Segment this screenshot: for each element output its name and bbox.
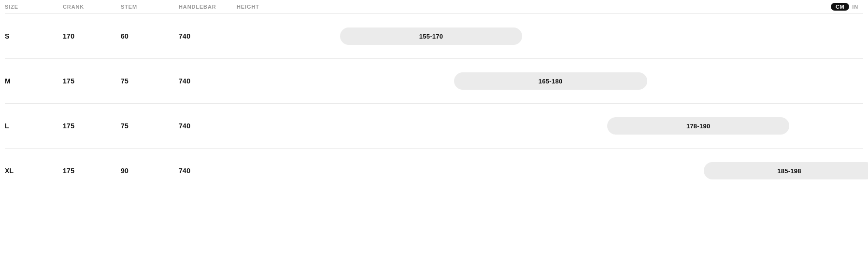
height-bar-label: 185-198 <box>777 167 801 175</box>
height-bar-wrapper: 178-190 <box>295 117 863 135</box>
header-height: HEIGHT <box>237 4 295 10</box>
cell-size: XL <box>5 167 63 175</box>
header-crank: CRANK <box>63 4 121 10</box>
height-bar-wrapper: 155-170 <box>295 27 863 45</box>
height-bar-wrapper: 185-198 <box>295 162 863 179</box>
height-bar: 155-170 <box>340 27 522 45</box>
height-bar: 165-180 <box>454 72 647 90</box>
unit-cm-badge[interactable]: CM <box>831 3 849 11</box>
header-handlebar: HANDLEBAR <box>179 4 237 10</box>
header-size: SIZE <box>5 4 63 10</box>
cell-stem: 75 <box>121 122 179 130</box>
cell-crank: 175 <box>63 77 121 85</box>
height-bar: 185-198 <box>704 162 868 179</box>
cell-crank: 175 <box>63 167 121 175</box>
cell-handlebar: 740 <box>179 122 237 130</box>
cell-size: L <box>5 122 63 130</box>
height-bar-label: 165-180 <box>539 78 563 85</box>
cell-crank: 170 <box>63 32 121 40</box>
height-bar-area: 178-190 <box>295 117 863 135</box>
size-guide-table: SIZE CRANK STEM HANDLEBAR HEIGHT CM IN S… <box>0 0 868 193</box>
table-row: L 175 75 740 178-190 <box>5 104 863 149</box>
unit-toggle[interactable]: CM IN <box>831 3 858 11</box>
cell-size: S <box>5 32 63 40</box>
cell-stem: 90 <box>121 167 179 175</box>
height-bar-area: 185-198 <box>295 162 863 179</box>
table-header: SIZE CRANK STEM HANDLEBAR HEIGHT CM IN <box>5 0 863 14</box>
cell-crank: 175 <box>63 122 121 130</box>
height-bar-label: 178-190 <box>686 123 711 130</box>
height-bar-label: 155-170 <box>419 33 443 40</box>
cell-handlebar: 740 <box>179 167 237 175</box>
table-row: S 170 60 740 155-170 <box>5 14 863 59</box>
height-bar-area: 155-170 <box>295 27 863 45</box>
table-row: XL 175 90 740 185-198 <box>5 149 863 193</box>
cell-stem: 75 <box>121 77 179 85</box>
height-bar-area: 165-180 <box>295 72 863 90</box>
cell-stem: 60 <box>121 32 179 40</box>
unit-in-label[interactable]: IN <box>852 4 858 10</box>
cell-handlebar: 740 <box>179 77 237 85</box>
cell-handlebar: 740 <box>179 32 237 40</box>
table-row: M 175 75 740 165-180 <box>5 59 863 104</box>
height-bar: 178-190 <box>607 117 789 135</box>
table-body: S 170 60 740 155-170 M 175 75 740 <box>5 14 863 193</box>
cell-size: M <box>5 77 63 85</box>
height-bar-wrapper: 165-180 <box>295 72 863 90</box>
header-stem: STEM <box>121 4 179 10</box>
